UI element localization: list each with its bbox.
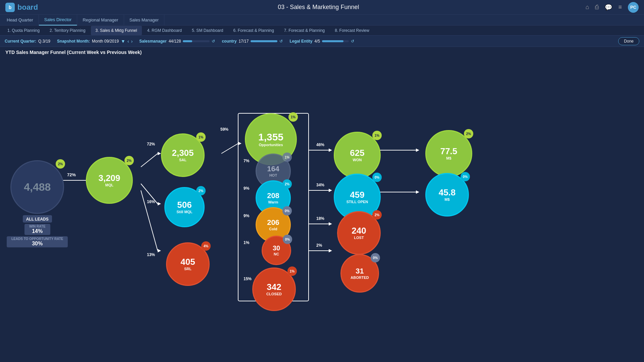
- sub-nav: 1. Quota Planning 2. Territory Planning …: [0, 25, 644, 36]
- svg-text:59%: 59%: [220, 127, 228, 132]
- cold-value: 206: [267, 219, 279, 226]
- svg-text:72%: 72%: [67, 172, 76, 177]
- still-open-ms-node[interactable]: 0% 45.8 M$: [425, 173, 469, 217]
- still-mql-node[interactable]: 2% 506 Still MQL: [164, 187, 205, 227]
- sub-nav-territory[interactable]: 2. Territory Planning: [45, 26, 90, 35]
- country-refresh[interactable]: ↺: [279, 39, 283, 44]
- svg-marker-36: [329, 222, 332, 226]
- sal-label: SAL: [179, 158, 186, 162]
- sub-nav-forecast-6[interactable]: 6. Forecast & Planning: [228, 26, 278, 35]
- sal-badge: 1%: [196, 132, 206, 142]
- salesmanager-filter[interactable]: Salesmanager 44/128 ↺: [139, 39, 215, 44]
- hot-value: 164: [267, 165, 279, 173]
- menu-icon[interactable]: ≡: [618, 4, 622, 11]
- closed-badge: 1%: [287, 266, 297, 276]
- all-leads-value: 4,488: [24, 181, 51, 193]
- closed-node[interactable]: 1% 342 CLOSED: [252, 267, 296, 311]
- nc-label: NC: [274, 252, 279, 256]
- opp-label: Opportunities: [259, 143, 283, 147]
- legal-entity-progress: [322, 40, 349, 42]
- sub-nav-rgm[interactable]: 4. RGM Dashboard: [143, 26, 186, 35]
- svg-text:18%: 18%: [316, 216, 324, 221]
- still-open-ms-label: M$: [444, 197, 449, 201]
- svg-marker-31: [158, 202, 161, 205]
- srl-badge: 4%: [201, 241, 211, 251]
- srl-value: 405: [180, 257, 195, 266]
- topbar: b board 03 - Sales & Marketing Funnel ⌂ …: [0, 0, 644, 15]
- still-open-ms-badge: 0%: [461, 172, 470, 181]
- aborted-value: 31: [356, 267, 364, 275]
- svg-text:13%: 13%: [147, 252, 155, 257]
- lost-label: LOST: [354, 236, 364, 240]
- done-button[interactable]: Done: [618, 37, 639, 45]
- svg-line-4: [221, 143, 238, 154]
- sal-value: 2,305: [172, 148, 194, 157]
- still-mql-badge: 2%: [196, 186, 206, 195]
- snapshot-next-arrow[interactable]: ›: [131, 39, 133, 44]
- legal-entity-filter[interactable]: Legal Entity 4/5 ↺: [289, 39, 354, 44]
- svg-text:16%: 16%: [147, 199, 155, 204]
- svg-marker-38: [416, 148, 419, 152]
- leads-rate-box: LEADS TO OPPORTUNITY RATE 30%: [7, 236, 68, 247]
- svg-marker-37: [329, 249, 332, 252]
- opp-value: 1,355: [258, 132, 283, 142]
- page-title: 03 - Sales & Marketing Funnel: [51, 4, 585, 11]
- won-node[interactable]: 1% 625 WON: [334, 132, 381, 179]
- closed-value: 342: [267, 283, 281, 291]
- still-open-value: 459: [350, 190, 364, 199]
- won-ms-node[interactable]: 2% 77.5 M$: [425, 130, 472, 177]
- country-filter[interactable]: country 17/17 ↺: [222, 39, 283, 44]
- country-progress: [251, 40, 277, 42]
- cold-label: Cold: [269, 227, 277, 231]
- svg-text:72%: 72%: [147, 142, 155, 146]
- sub-nav-forecast-review[interactable]: 8. Forecast Review: [330, 26, 374, 35]
- cold-badge: 0%: [282, 206, 292, 216]
- lost-node[interactable]: 2% 240 LOST: [337, 211, 381, 255]
- srl-node[interactable]: 4% 405 SRL: [166, 242, 210, 286]
- svg-line-1: [141, 154, 158, 167]
- still-open-label: STILL OPEN: [346, 200, 368, 204]
- sub-nav-forecast-7[interactable]: 7. Forecast & Planning: [279, 26, 329, 35]
- svg-line-2: [141, 184, 158, 204]
- nc-node[interactable]: 0% 30 NC: [262, 236, 291, 265]
- snapshot-prev[interactable]: ▼: [121, 39, 125, 44]
- svg-text:9%: 9%: [244, 214, 250, 218]
- sub-nav-sales-mktg[interactable]: 3. Sales & Mktg Funnel: [91, 26, 142, 35]
- snapshot-month-filter[interactable]: Snapshot Month: Month 09/2019 ▼ ‹ ›: [57, 39, 132, 44]
- svg-text:1%: 1%: [244, 240, 250, 245]
- sub-nav-sm[interactable]: 5. SM Dashboard: [187, 26, 228, 35]
- tab-sales-manager[interactable]: Sales Manager: [124, 15, 164, 25]
- sub-nav-quota[interactable]: 1. Quota Planning: [3, 26, 44, 35]
- tab-regional-manager[interactable]: Regional Manager: [77, 15, 124, 25]
- chat-icon[interactable]: 💬: [605, 4, 612, 11]
- logo-text: board: [17, 3, 38, 12]
- topbar-icons: ⌂ ⎙ 💬 ≡ PC: [586, 2, 639, 13]
- tab-head-quarter[interactable]: Head Quarter: [1, 15, 39, 25]
- mql-node[interactable]: 2% 3,209 MQL: [86, 157, 133, 204]
- legal-entity-refresh[interactable]: ↺: [351, 39, 354, 44]
- salesmanager-refresh[interactable]: ↺: [212, 39, 215, 44]
- hot-badge: 1%: [282, 153, 292, 162]
- win-rate-box: WIN RATE 14%: [24, 224, 50, 235]
- home-icon[interactable]: ⌂: [586, 4, 589, 11]
- chart-title: YTD Sales Manager Funnel (Current Week v…: [0, 47, 644, 56]
- tab-sales-director[interactable]: Sales Director: [39, 15, 77, 25]
- opp-badge: 1%: [288, 112, 298, 122]
- salesmanager-progress: [183, 40, 210, 42]
- current-quarter-filter: Current Quarter: Q.3/19: [5, 39, 50, 44]
- warm-label: Warm: [268, 200, 278, 204]
- aborted-node[interactable]: 0% 31 ABORTED: [340, 254, 379, 293]
- all-leads-node[interactable]: 2% 4,488 ALL LEADS WIN RATE 14% LEADS TO…: [7, 160, 68, 247]
- snapshot-prev-arrow[interactable]: ‹: [127, 39, 129, 44]
- user-avatar[interactable]: PC: [628, 2, 639, 13]
- warm-badge: 2%: [282, 179, 292, 189]
- print-icon[interactable]: ⎙: [595, 4, 599, 11]
- won-ms-label: M$: [446, 156, 451, 160]
- still-mql-value: 506: [177, 200, 192, 209]
- sal-node[interactable]: 1% 2,305 SAL: [161, 133, 205, 177]
- nc-value: 30: [273, 245, 280, 251]
- all-leads-label: ALL LEADS: [23, 215, 52, 223]
- svg-text:9%: 9%: [244, 186, 250, 191]
- svg-line-3: [141, 190, 158, 251]
- won-ms-badge: 2%: [464, 129, 473, 138]
